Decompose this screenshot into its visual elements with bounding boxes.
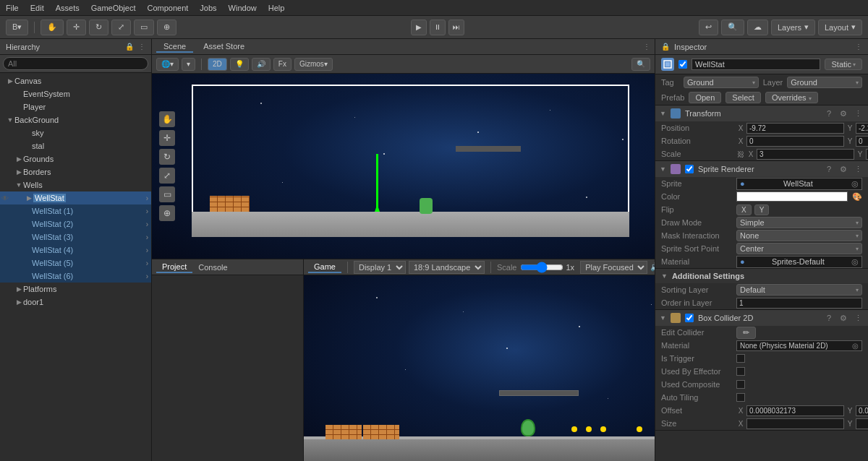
game-scale-slider[interactable] — [520, 262, 563, 273]
scene-view-light-btn[interactable]: 💡 — [230, 58, 249, 71]
color-swatch[interactable] — [736, 191, 848, 202]
scene-view-audio-btn[interactable]: 🔊 — [252, 58, 271, 71]
tree-item-wellstat5[interactable]: WellStat (5) › — [0, 257, 151, 270]
sorting-layer-dropdown[interactable]: Default ▾ — [736, 284, 862, 296]
undo-btn[interactable]: ↩ — [699, 20, 718, 35]
transform-tool-icon[interactable]: ⊕ — [159, 205, 175, 221]
pos-y-input[interactable] — [856, 123, 868, 134]
hierarchy-lock-icon[interactable]: 🔒 — [125, 43, 134, 51]
hierarchy-menu-icon[interactable]: ⋮ — [138, 43, 145, 51]
game-play-focused-select[interactable]: Play Focused — [580, 261, 647, 274]
object-active-checkbox[interactable] — [678, 60, 687, 69]
layers-dropdown[interactable]: Layers ▾ — [771, 20, 815, 35]
offset-y-input[interactable] — [856, 405, 868, 416]
tab-console[interactable]: Console — [192, 262, 233, 272]
size-y-input[interactable] — [856, 418, 868, 429]
prefab-select-btn[interactable]: Select — [726, 92, 761, 103]
box-collider-help-btn[interactable]: ? — [823, 314, 835, 323]
scene-view-search-btn[interactable]: 🔍 — [631, 58, 650, 71]
transform-settings-btn[interactable]: ⚙ — [838, 109, 849, 119]
tree-item-platforms[interactable]: ▶ Platforms — [0, 283, 151, 296]
game-aspect-select[interactable]: 18:9 Landscape — [409, 261, 485, 274]
visibility-icon-wellstat[interactable]: 👁 — [0, 194, 10, 202]
tree-item-wellstat6[interactable]: WellStat (6) › — [0, 270, 151, 283]
tree-item-wellstat4[interactable]: WellStat (4) › — [0, 244, 151, 257]
additional-settings-header[interactable]: ▼ Additional Settings — [655, 269, 868, 283]
is-trigger-checkbox[interactable] — [736, 354, 745, 363]
sprite-renderer-settings-btn[interactable]: ⚙ — [838, 165, 849, 174]
rotate-tool[interactable]: ↻ — [89, 20, 109, 35]
tab-game[interactable]: Game — [308, 262, 341, 273]
pause-button[interactable]: ⏸ — [430, 20, 446, 35]
tree-item-background[interactable]: ▼ BackGround — [0, 113, 151, 126]
menu-edit[interactable]: Edit — [30, 4, 44, 12]
tree-item-eventsystem[interactable]: EventSystem — [0, 87, 151, 100]
transform-header[interactable]: ▼ Transform ? ⚙ ⋮ — [655, 105, 868, 121]
used-by-effector-checkbox[interactable] — [736, 367, 745, 376]
hierarchy-search-input[interactable] — [3, 57, 148, 70]
play-button[interactable]: ▶ — [411, 20, 427, 35]
pos-x-input[interactable] — [746, 123, 844, 134]
used-by-composite-checkbox[interactable] — [736, 380, 745, 389]
tag-dropdown[interactable]: Ground ▾ — [684, 77, 759, 88]
sprite-renderer-header[interactable]: ▼ Sprite Renderer ? ⚙ ⋮ — [655, 161, 868, 177]
scene-view-globe-btn[interactable]: 🌐▾ — [156, 58, 179, 71]
scene-view-shading-btn[interactable]: ▾ — [182, 58, 195, 71]
pivot-btn[interactable]: B▾ — [6, 20, 28, 35]
scene-view-2d-btn[interactable]: 2D — [208, 58, 227, 71]
prefab-open-btn[interactable]: Open — [689, 92, 721, 103]
tab-asset-store[interactable]: Asset Store — [196, 41, 252, 53]
prefab-overrides-btn[interactable]: Overrides ▾ — [765, 92, 818, 103]
transform-menu-btn[interactable]: ⋮ — [852, 109, 864, 119]
box-collider-checkbox[interactable] — [685, 314, 694, 322]
scale-x-input[interactable] — [757, 149, 854, 160]
tree-item-borders[interactable]: ▶ Borders — [0, 165, 151, 178]
rotate-tool-icon[interactable]: ↻ — [159, 149, 175, 165]
rot-x-input[interactable] — [746, 136, 844, 147]
tree-item-wells[interactable]: ▼ Wells — [0, 178, 151, 191]
box-collider-header[interactable]: ▼ Box Collider 2D ? ⚙ ⋮ — [655, 310, 868, 326]
static-button[interactable]: Static ▾ — [825, 59, 862, 70]
search-btn[interactable]: 🔍 — [721, 20, 744, 35]
tree-item-wellstat2[interactable]: WellStat (2) › — [0, 217, 151, 231]
hand-tool-icon[interactable]: ✋ — [159, 111, 175, 127]
collider-material-field[interactable]: None (Physics Material 2D) ◎ — [736, 340, 862, 351]
tree-item-stal[interactable]: stal — [0, 139, 151, 152]
scene-view-gizmos-btn[interactable]: Gizmos▾ — [294, 58, 333, 71]
auto-tiling-checkbox[interactable] — [736, 393, 745, 402]
edit-collider-btn[interactable]: ✏ — [736, 327, 756, 339]
order-in-layer-input[interactable] — [736, 298, 862, 309]
material-pick-icon[interactable]: ◎ — [851, 257, 859, 267]
draw-mode-dropdown[interactable]: Simple ▾ — [736, 217, 862, 228]
transform-tool[interactable]: ⊕ — [157, 20, 176, 35]
size-x-input[interactable] — [746, 418, 844, 429]
move-tool[interactable]: ✛ — [67, 20, 86, 35]
step-button[interactable]: ⏭ — [448, 20, 464, 35]
tree-item-grounds[interactable]: ▶ Grounds — [0, 152, 151, 165]
object-name-input[interactable] — [692, 59, 820, 70]
rect-tool-icon[interactable]: ▭ — [159, 186, 175, 202]
color-picker-icon[interactable]: 🎨 — [852, 192, 862, 202]
sprite-renderer-help-btn[interactable]: ? — [823, 165, 835, 174]
menu-jobs[interactable]: Jobs — [200, 4, 216, 12]
tree-item-wellstat[interactable]: 👁 ▶ WellStat › — [0, 191, 151, 204]
sprite-sort-dropdown[interactable]: Center ▾ — [736, 243, 862, 254]
scene-menu-icon[interactable]: ⋮ — [643, 43, 650, 51]
cloud-btn[interactable]: ☁ — [747, 20, 768, 35]
collider-material-pick[interactable]: ◎ — [852, 342, 859, 350]
menu-assets[interactable]: Assets — [56, 4, 80, 12]
move-tool-icon[interactable]: ✛ — [159, 130, 175, 146]
inspector-lock-icon[interactable]: 🔒 — [661, 43, 670, 51]
box-collider-settings-btn[interactable]: ⚙ — [838, 314, 849, 323]
layout-dropdown[interactable]: Layout ▾ — [818, 20, 862, 35]
rot-y-input[interactable] — [856, 136, 868, 147]
flip-x-btn[interactable]: X — [736, 204, 752, 215]
transform-help-btn[interactable]: ? — [823, 109, 835, 119]
tab-scene[interactable]: Scene — [156, 41, 193, 53]
layer-dropdown[interactable]: Ground ▾ — [787, 77, 862, 88]
flip-y-btn[interactable]: Y — [754, 204, 770, 215]
game-display-select[interactable]: Display 1 — [354, 261, 406, 274]
tree-item-canvas[interactable]: ▶ Canvas — [0, 74, 151, 87]
menu-file[interactable]: File — [6, 4, 19, 12]
tree-item-wellstat1[interactable]: WellStat (1) › — [0, 204, 151, 217]
